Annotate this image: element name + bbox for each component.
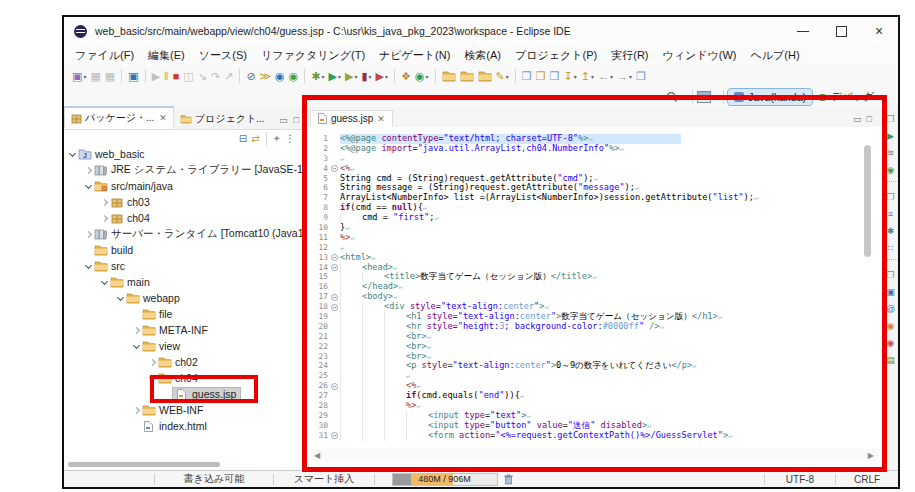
collapse-all-icon[interactable]: ⊟ [238, 130, 248, 148]
scroll-right-icon[interactable]: ▶ [868, 451, 874, 460]
open-perspective-icon[interactable] [697, 91, 711, 103]
code-line-22[interactable]: 22<br>↵ [306, 342, 882, 352]
tree-selection[interactable]: guess.jsp [173, 388, 240, 400]
external-tools-icon[interactable]: ▶▾ [375, 67, 389, 85]
problems-icon[interactable]: ◉ [883, 317, 898, 334]
minimize-button[interactable]: — [784, 17, 822, 45]
save-perspective-icon[interactable]: ↧▾ [562, 67, 577, 85]
pin-editor-icon[interactable]: ❐ [635, 67, 647, 85]
server-status-icon[interactable]: ◉ [883, 161, 898, 178]
tab-package-explorer[interactable]: パッケージ・... ✕ [64, 106, 174, 129]
tree-item-build[interactable]: build [64, 242, 305, 258]
garbage-collect-icon[interactable] [504, 474, 513, 485]
restore-pane-2-icon[interactable]: ❐ [883, 188, 898, 205]
code-line-21[interactable]: 21<br>↵ [306, 332, 882, 342]
maximize-editor-icon[interactable]: □ [867, 114, 872, 124]
code-line-6[interactable]: 6String message = (String)request.getAtt… [306, 183, 882, 193]
outline-icon[interactable]: ≡ [883, 205, 898, 222]
code-line-12[interactable]: 12↵ [306, 243, 882, 253]
tree-item-webapp[interactable]: webapp [64, 290, 305, 306]
code-line-16[interactable]: 16</head>↵ [306, 282, 882, 292]
save-all-icon[interactable]: ▦ [104, 67, 116, 85]
tasks-icon[interactable]: ▤ [883, 351, 898, 368]
tree-expander-icon[interactable] [148, 358, 157, 367]
tree-expander-icon[interactable] [84, 182, 93, 191]
maximize-view-icon[interactable]: □ [294, 115, 299, 125]
resume-icon[interactable]: ▶ [151, 67, 161, 85]
menu-item-8[interactable]: ウィンドウ(W) [656, 48, 744, 63]
perspective-debug-button[interactable]: デバッグ [812, 88, 880, 106]
step-return-icon[interactable]: ↗ [223, 67, 234, 85]
javadoc-icon[interactable]: @ [883, 300, 898, 317]
bookmarks-icon[interactable]: ◉ [883, 334, 898, 351]
horizontal-scrollbar[interactable] [68, 462, 220, 467]
terminate-launch-icon[interactable]: ◉ [288, 67, 300, 85]
reset-perspective-icon[interactable]: ↥▾ [580, 67, 595, 85]
view-menu-icon[interactable]: ⋮ [284, 130, 296, 148]
code-line-25[interactable]: 25↵ [306, 371, 882, 381]
menu-item-7[interactable]: 実行(R) [604, 48, 655, 63]
code-line-24[interactable]: 24<p style="text-align:center">0～9の数字をいれ… [306, 361, 882, 371]
fold-marker-icon[interactable] [330, 263, 340, 273]
code-line-13[interactable]: 13<html>↵ [306, 253, 882, 263]
tree-item-jre-library[interactable]: JRE システム・ライブラリー [JavaSE-17] [64, 162, 305, 178]
code-line-27[interactable]: 27if(cmd.equals("end")){↵ [306, 391, 882, 401]
export-icon[interactable] [477, 67, 493, 85]
editor-tab-guess-jsp[interactable]: guess.jsp ✕ [310, 110, 393, 127]
restore-pane-icon[interactable]: ❐ [883, 110, 898, 127]
menu-item-9[interactable]: ヘルプ(H) [744, 48, 807, 63]
close-button[interactable]: × [860, 17, 898, 45]
code-line-29[interactable]: 29<input type="text">↵ [306, 411, 882, 421]
tree-item-guess-jsp[interactable]: guess.jsp [64, 386, 305, 402]
import-icon[interactable] [459, 67, 475, 85]
tree-item-ch04-package[interactable]: ch04 [64, 210, 305, 226]
tree-expander-icon[interactable] [132, 406, 141, 415]
editor-horizontal-scrollbar[interactable]: ◀ ▶ [310, 449, 878, 461]
step-into-icon[interactable]: ↘ [197, 67, 208, 85]
code-line-4[interactable]: 4<%↵ [306, 164, 882, 174]
scroll-left-icon[interactable]: ◀ [314, 451, 320, 460]
fold-marker-icon[interactable] [330, 164, 340, 174]
tree-item-src[interactable]: src [64, 258, 305, 274]
code-line-2[interactable]: 2<%@page import="java.util.ArrayList,ch0… [306, 144, 882, 154]
java-ee-icon[interactable]: ❖ [400, 67, 412, 85]
open-perspective-icon[interactable]: ❒ [549, 67, 561, 85]
tree-item-server-runtime[interactable]: サーバー・ランタイム [Tomcat10 (Java17... [64, 226, 305, 242]
annotate-icon[interactable]: ✎▾ [495, 67, 510, 85]
minimize-view-icon[interactable]: ▭ [279, 115, 288, 125]
code-line-23[interactable]: 23<br>↵ [306, 352, 882, 362]
code-line-9[interactable]: 9cmd = "first";↵ [306, 213, 882, 223]
code-line-31[interactable]: 31<form action="<%=request.getContextPat… [306, 431, 882, 441]
perspective-java-button[interactable]: J Java(kanda) [728, 89, 812, 105]
new-editor-icon[interactable]: ❒ [535, 67, 547, 85]
tree-item-ch04[interactable]: ch04 [64, 370, 305, 386]
tree-item-ch03-package[interactable]: ch03 [64, 194, 305, 210]
coverage-icon[interactable]: ▶▾ [344, 67, 358, 85]
fold-marker-icon[interactable] [330, 431, 340, 441]
debug-view-icon[interactable]: ✱ [883, 222, 898, 239]
debug-icon[interactable]: ✱▾ [310, 67, 325, 85]
fold-marker-icon[interactable] [330, 253, 340, 263]
tree-item-index-html[interactable]: index.html [64, 418, 305, 434]
vertical-scrollbar[interactable] [864, 145, 871, 257]
filter-icon[interactable]: ✦ [272, 130, 282, 148]
step-filters-icon[interactable]: ≫ [259, 67, 273, 85]
code-line-28[interactable]: 28%>↵ [306, 401, 882, 411]
code-line-5[interactable]: 5String cmd = (String)request.getAttribu… [306, 174, 882, 184]
tree-expander-icon[interactable] [84, 166, 93, 175]
code-line-20[interactable]: 20<hr style="height:3; background-color:… [306, 322, 882, 332]
back-icon[interactable]: ←▾ [597, 67, 614, 85]
tree-item-view[interactable]: view [64, 338, 305, 354]
close-icon[interactable]: ✕ [159, 113, 167, 123]
tree-item-meta-inf[interactable]: META-INF [64, 322, 305, 338]
remote-debug-icon[interactable]: ◉ [274, 67, 286, 85]
fold-marker-icon[interactable] [330, 302, 340, 312]
tree-item-web-basic[interactable]: Jweb_basic [64, 146, 305, 162]
run-on-server-icon[interactable]: ◉▾ [414, 67, 430, 85]
run-icon[interactable]: ▶▾ [328, 67, 342, 85]
code-line-1[interactable]: 1<%@page contentType="text/html; charset… [306, 134, 882, 144]
tree-expander-icon[interactable] [116, 294, 125, 303]
expressions-icon[interactable]: ∷ [883, 239, 898, 256]
filters-icon[interactable]: ≋ [883, 144, 898, 161]
tab-project-explorer[interactable]: プロジェクト... [174, 109, 271, 129]
